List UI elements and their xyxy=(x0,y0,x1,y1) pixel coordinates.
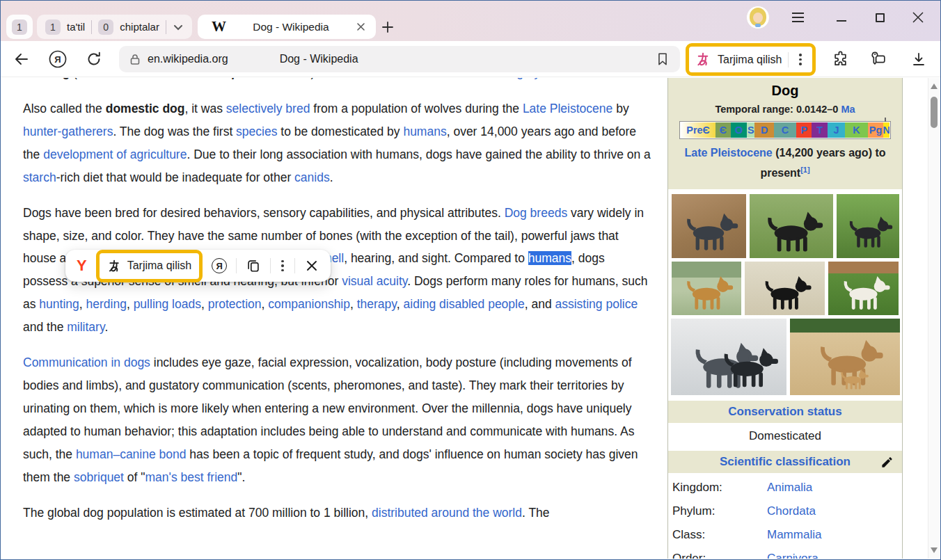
dog-photo[interactable] xyxy=(828,262,899,315)
reload-icon xyxy=(86,51,102,67)
new-tab-button[interactable] xyxy=(376,15,400,39)
timescale-segment[interactable]: O xyxy=(731,122,747,138)
url-domain[interactable]: en.wikipedia.org xyxy=(148,53,228,65)
chevron-down-icon[interactable] xyxy=(173,22,184,33)
popup-more-options-icon[interactable] xyxy=(277,258,287,274)
dog-photo[interactable] xyxy=(750,194,833,258)
timescale-segment[interactable]: PreЄ xyxy=(681,122,715,138)
wikipedia-favicon: W xyxy=(212,18,226,35)
article-link[interactable]: Dog breeds xyxy=(505,206,567,220)
group-count-badge: 1 xyxy=(45,19,61,35)
ssl-lock-icon[interactable] xyxy=(129,53,141,65)
popup-translate-label[interactable]: Tarjima qilish xyxy=(127,259,191,272)
article-link[interactable]: companionship xyxy=(268,297,350,311)
article-link[interactable]: aiding disabled people xyxy=(404,297,525,311)
article-link[interactable]: Communication in dogs xyxy=(23,355,150,369)
minimize-button[interactable] xyxy=(832,8,851,27)
scrollbar-thumb[interactable] xyxy=(931,97,938,128)
article-link[interactable]: man's best friend xyxy=(145,470,238,484)
taxonomy-link[interactable]: Chordata xyxy=(767,504,816,518)
article-link[interactable]: selectively bred xyxy=(226,102,310,115)
dog-photo-grid xyxy=(668,189,902,399)
dog-photo[interactable] xyxy=(790,319,900,395)
article-link[interactable]: Late Pleistocene xyxy=(523,102,612,115)
dog-photo[interactable] xyxy=(672,262,741,315)
taxonomy-link[interactable]: Mammalia xyxy=(767,528,821,542)
password-manager-button[interactable] xyxy=(864,45,892,73)
scientific-classification-header[interactable]: Scientific classification xyxy=(668,451,902,473)
article-link[interactable]: humans xyxy=(403,125,446,138)
pinned-tab[interactable]: 1 xyxy=(6,15,33,39)
translate-button-label[interactable]: Tarjima qilish xyxy=(718,54,782,66)
menu-icon[interactable] xyxy=(789,10,807,25)
reload-button[interactable] xyxy=(80,45,108,73)
article-link[interactable]: canids xyxy=(294,170,330,184)
article-link[interactable]: humans xyxy=(528,251,571,265)
timescale-segment[interactable]: C xyxy=(774,122,796,138)
article-link[interactable]: therapy xyxy=(357,297,397,311)
active-tab[interactable]: W Dog - Wikipedia xyxy=(198,15,376,39)
timescale-segment[interactable]: S xyxy=(747,122,754,138)
downloads-button[interactable] xyxy=(905,45,933,73)
popup-close-button[interactable] xyxy=(301,255,322,276)
timescale-segment[interactable]: K xyxy=(845,122,868,138)
scroll-up-arrow[interactable] xyxy=(931,83,938,89)
back-button[interactable] xyxy=(8,45,35,73)
article-link[interactable]: assisting police xyxy=(555,297,638,311)
article-link[interactable]: sobriquet xyxy=(74,470,124,484)
article-link[interactable]: visual acuity xyxy=(342,274,407,288)
conservation-status-header[interactable]: Conservation status xyxy=(668,401,902,423)
timescale-segment[interactable]: Pg xyxy=(868,122,883,138)
article-link[interactable]: species xyxy=(236,125,277,138)
article-link[interactable]: Ma xyxy=(841,104,855,115)
article-link[interactable]: development of agriculture xyxy=(43,147,187,161)
dog-photo[interactable] xyxy=(672,194,746,258)
dog-photo[interactable] xyxy=(745,262,825,315)
article-link[interactable]: gray wolf xyxy=(516,78,565,79)
taxonomy-link[interactable]: Animalia xyxy=(767,481,812,495)
text-run: ". xyxy=(237,470,245,484)
timescale-segment[interactable]: N xyxy=(883,122,889,138)
taxonomy-link[interactable]: Carnivora xyxy=(767,552,819,559)
article-link[interactable]: starch xyxy=(23,170,56,184)
timescale-segment[interactable]: P xyxy=(796,122,812,138)
page-scrollbar[interactable] xyxy=(928,78,940,559)
article-link[interactable]: protection xyxy=(208,297,262,311)
profile-avatar[interactable] xyxy=(746,6,770,29)
maximize-button[interactable] xyxy=(870,8,889,27)
article-link[interactable]: military xyxy=(67,320,104,334)
search-in-yandex-button[interactable]: Я xyxy=(209,255,230,276)
close-window-button[interactable] xyxy=(908,8,928,27)
copy-button[interactable] xyxy=(243,255,264,276)
timescale-segment[interactable]: D xyxy=(754,122,774,138)
article-link[interactable]: human–canine bond xyxy=(76,447,187,461)
article-link[interactable]: Late Pleistocene xyxy=(684,147,772,159)
timescale-segment[interactable]: Є xyxy=(715,122,731,138)
article-link[interactable]: hunter-gatherers xyxy=(23,125,113,138)
address-bar[interactable]: en.wikipedia.org Dog - Wikipedia xyxy=(119,46,680,72)
text-run: The xyxy=(23,78,47,79)
article-paragraph: Communication in dogs includes eye gaze,… xyxy=(23,351,651,488)
article-link[interactable]: domesticated xyxy=(340,78,413,79)
text-run: Canis lupus familiaris xyxy=(184,78,310,79)
timescale-segment[interactable]: T xyxy=(812,122,827,138)
article-link[interactable]: hunting xyxy=(39,297,79,311)
translate-options-kebab-icon[interactable] xyxy=(795,51,805,67)
article-link[interactable]: pulling loads xyxy=(134,297,201,311)
dog-photo[interactable] xyxy=(837,194,899,258)
article-link[interactable]: [1] xyxy=(800,166,809,174)
dog-photo[interactable] xyxy=(671,319,786,395)
edit-button[interactable] xyxy=(880,456,894,469)
text-run: , xyxy=(262,297,269,311)
article-link[interactable]: herding xyxy=(86,297,127,311)
article-link[interactable]: distributed around the world xyxy=(372,506,522,520)
article-body: The dog (Canis familiaris or Canis lupus… xyxy=(23,78,651,536)
taxonomy-rank: Kingdom: xyxy=(672,481,767,495)
yandex-home-button[interactable]: Я xyxy=(44,45,72,73)
scroll-down-arrow[interactable] xyxy=(931,547,938,553)
tab-group[interactable]: 1 ta'til 0 chiptalar xyxy=(37,15,192,39)
bookmark-button[interactable] xyxy=(655,51,670,67)
tab-close-icon[interactable] xyxy=(356,22,366,32)
extensions-button[interactable] xyxy=(827,45,855,73)
timescale-segment[interactable]: J xyxy=(828,122,845,138)
